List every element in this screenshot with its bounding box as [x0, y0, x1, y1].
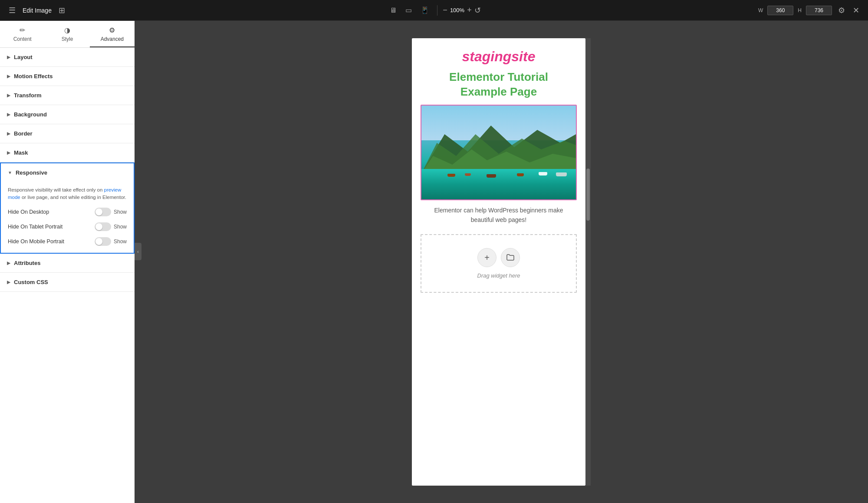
section-layout[interactable]: ▶ Layout	[0, 48, 135, 67]
boat-5	[539, 172, 547, 175]
tab-style[interactable]: ◑ Style	[45, 21, 89, 47]
add-from-library-button[interactable]	[501, 248, 520, 267]
boat-3	[487, 174, 496, 178]
section-mask-label: Mask	[14, 149, 28, 156]
responsive-body: Responsive visibility will take effect o…	[1, 182, 134, 253]
page-frame: stagingsite Elementor Tutorial Example P…	[412, 38, 585, 486]
section-motion-effects[interactable]: ▶ Motion Effects	[0, 67, 135, 86]
section-motion-effects-label: Motion Effects	[14, 73, 53, 79]
canvas-scrollbar[interactable]	[585, 38, 591, 486]
description-line2: beautiful web pages!	[471, 216, 526, 223]
toggle-row-desktop: Hide On Desktop Show	[8, 208, 127, 216]
section-transform[interactable]: ▶ Transform	[0, 86, 135, 105]
description-line1: Elementor can help WordPress beginners m…	[434, 207, 563, 214]
tab-content-label: Content	[13, 36, 32, 42]
add-widget-button[interactable]: +	[477, 248, 496, 267]
section-background[interactable]: ▶ Background	[0, 105, 135, 124]
zoom-level: 100%	[450, 7, 464, 13]
toggle-mobile-label: Hide On Mobile Portrait	[8, 238, 64, 245]
transform-arrow-icon: ▶	[7, 93, 10, 98]
page-title: Elementor Tutorial Example Page	[449, 70, 548, 99]
border-arrow-icon: ▶	[7, 131, 10, 136]
toggle-tablet-value: Show	[114, 224, 127, 230]
layout-arrow-icon: ▶	[7, 55, 10, 60]
page-inner: stagingsite Elementor Tutorial Example P…	[412, 38, 585, 303]
hero-image	[421, 105, 577, 200]
panel-title: Edit Image	[23, 7, 52, 14]
close-button[interactable]: ✕	[851, 4, 861, 17]
drop-zone: + Drag widget here	[421, 234, 577, 293]
left-panel: ✏ Content ◑ Style ⚙ Advanced ▶ Layout ▶	[0, 21, 135, 503]
section-layout-label: Layout	[14, 54, 33, 60]
tab-style-label: Style	[62, 36, 73, 42]
canvas-area: stagingsite Elementor Tutorial Example P…	[135, 21, 868, 503]
background-arrow-icon: ▶	[7, 112, 10, 117]
width-label: W	[758, 7, 763, 13]
toggle-mobile-thumb	[95, 238, 102, 245]
toggle-desktop-label: Hide On Desktop	[8, 209, 49, 215]
section-border[interactable]: ▶ Border	[0, 124, 135, 143]
responsive-header-label: Responsive	[16, 169, 47, 176]
toggle-tablet-switch[interactable]: Show	[95, 222, 127, 231]
toggle-tablet-label: Hide On Tablet Portrait	[8, 224, 62, 230]
toggle-desktop-track[interactable]	[95, 208, 111, 216]
motion-effects-arrow-icon: ▶	[7, 74, 10, 79]
zoom-reset-button[interactable]: ↺	[474, 6, 481, 15]
section-transform-label: Transform	[14, 92, 42, 99]
grid-menu-button[interactable]: ⊞	[57, 4, 67, 17]
section-custom-css[interactable]: ▶ Custom CSS	[0, 273, 135, 292]
toggle-mobile-track[interactable]	[95, 237, 111, 246]
tab-bar: ✏ Content ◑ Style ⚙ Advanced	[0, 21, 135, 48]
toggle-row-mobile: Hide On Mobile Portrait Show	[8, 237, 127, 246]
section-responsive: ▼ Responsive Responsive visibility will …	[0, 162, 135, 254]
toggle-tablet-track[interactable]	[95, 222, 111, 231]
section-background-label: Background	[14, 111, 47, 118]
site-logo: stagingsite	[462, 49, 536, 65]
responsive-arrow-icon: ▼	[8, 170, 12, 175]
desktop-view-button[interactable]: 🖥	[387, 5, 399, 16]
folder-icon	[506, 253, 515, 262]
toggle-row-tablet: Hide On Tablet Portrait Show	[8, 222, 127, 231]
boat-2	[465, 173, 471, 176]
section-attributes-label: Attributes	[14, 260, 40, 266]
main-layout: ✏ Content ◑ Style ⚙ Advanced ▶ Layout ▶	[0, 21, 868, 503]
section-attributes[interactable]: ▶ Attributes	[0, 254, 135, 273]
page-title-line2: Example Page	[460, 85, 537, 98]
responsive-header[interactable]: ▼ Responsive	[1, 163, 134, 182]
tab-advanced[interactable]: ⚙ Advanced	[90, 21, 135, 47]
mask-arrow-icon: ▶	[7, 150, 10, 155]
boat-1	[447, 174, 455, 177]
zoom-out-button[interactable]: −	[443, 6, 447, 15]
width-input[interactable]	[767, 6, 793, 15]
height-label: H	[798, 7, 802, 13]
boat-4	[517, 173, 524, 176]
toggle-mobile-value: Show	[114, 238, 127, 245]
page-title-line1: Elementor Tutorial	[449, 70, 548, 83]
scrollbar-thumb[interactable]	[586, 169, 590, 221]
responsive-note-suffix: or live page, and not while editing in E…	[20, 195, 126, 200]
panel-collapse-handle[interactable]: ‹	[135, 243, 141, 260]
tab-content[interactable]: ✏ Content	[0, 21, 45, 47]
toggle-desktop-thumb	[95, 208, 102, 215]
section-custom-css-label: Custom CSS	[14, 279, 48, 285]
toggle-desktop-switch[interactable]: Show	[95, 208, 127, 216]
topbar: ☰ Edit Image ⊞ 🖥 ▭ 📱 − 100% + ↺ W H ⚙ ✕	[0, 0, 868, 21]
mobile-view-button[interactable]: 📱	[418, 4, 432, 16]
toggle-desktop-value: Show	[114, 209, 127, 215]
custom-css-arrow-icon: ▶	[7, 280, 10, 285]
responsive-note: Responsive visibility will take effect o…	[8, 186, 127, 202]
toggle-mobile-switch[interactable]: Show	[95, 237, 127, 246]
zoom-controls: − 100% + ↺	[443, 6, 480, 15]
section-mask[interactable]: ▶ Mask	[0, 143, 135, 162]
height-input[interactable]	[806, 6, 832, 15]
mountains-svg	[421, 117, 576, 173]
drop-zone-actions: +	[477, 248, 520, 267]
responsive-note-text: Responsive visibility will take effect o…	[8, 187, 104, 192]
tablet-view-button[interactable]: ▭	[403, 4, 414, 16]
hamburger-menu-button[interactable]: ☰	[7, 4, 17, 17]
style-tab-icon: ◑	[64, 26, 70, 34]
advanced-tab-icon: ⚙	[109, 26, 115, 34]
content-tab-icon: ✏	[20, 26, 25, 34]
settings-button[interactable]: ⚙	[836, 4, 847, 17]
zoom-in-button[interactable]: +	[467, 6, 472, 15]
